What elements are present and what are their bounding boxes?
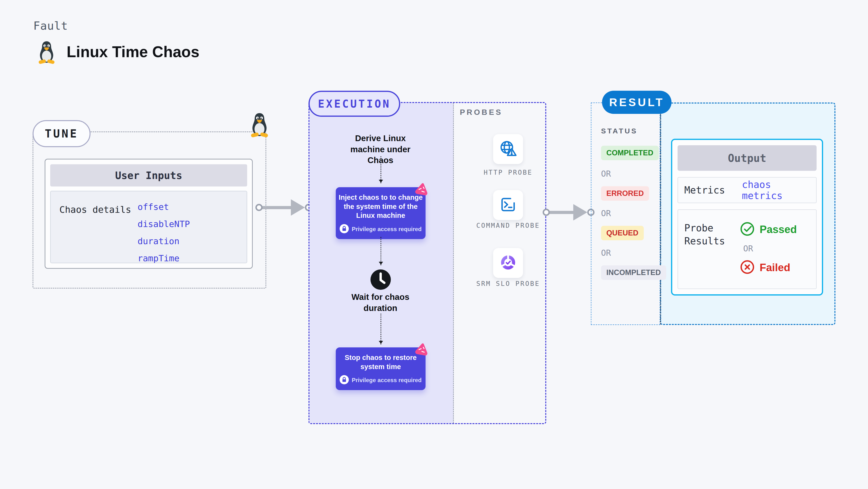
srm-slo-probe-card[interactable] [493, 248, 523, 278]
dotted-arrow-down [380, 237, 381, 265]
output-card: Output Metrics chaos metrics Probe Resul… [671, 139, 823, 296]
inject-chaos-box: Inject chaos to to change the system tim… [336, 187, 426, 239]
page-title: Linux Time Chaos [67, 43, 199, 61]
lock-icon [340, 375, 349, 385]
stop-chaos-box: Stop chaos to restore system time Privil… [336, 348, 426, 390]
connector-dot [255, 204, 262, 211]
probe-results-label: Probe Results [684, 222, 736, 289]
arrow-execution-to-result-head [573, 204, 587, 221]
result-panel-divider [660, 103, 661, 324]
chaos-details-label: Chaos details [59, 204, 131, 215]
param-link-duration[interactable]: duration [137, 236, 190, 246]
terminal-icon [498, 195, 518, 215]
failed-label: Failed [760, 262, 790, 273]
chaos-param-list: offset disableNTP duration rampTime [137, 202, 190, 263]
http-probe-label: HTTP PROBE [472, 168, 544, 177]
globe-alert-icon [498, 138, 518, 160]
result-badge: RESULT [602, 91, 672, 114]
chaos-burst-icon [413, 180, 431, 198]
output-title: Output [678, 145, 816, 171]
privilege-note: Privilege access required [352, 377, 422, 384]
metrics-label: Metrics [684, 185, 725, 196]
arrow-tune-to-execution [259, 206, 294, 209]
lock-icon [340, 224, 349, 234]
x-circle-icon [740, 260, 755, 275]
srm-slo-probe-label: SRM SLO PROBE [472, 280, 544, 288]
user-inputs-title: User Inputs [50, 164, 247, 187]
clock-icon [370, 268, 392, 291]
wait-step-text: Wait for chaos duration [350, 291, 411, 314]
stop-chaos-text: Stop chaos to restore system time [338, 353, 423, 371]
slo-donut-icon [498, 253, 518, 273]
or-separator: OR [601, 169, 611, 178]
status-badge-queued: QUEUED [601, 226, 644, 240]
status-title: STATUS [601, 127, 638, 135]
tux-corner-icon [248, 112, 271, 137]
tux-linux-icon [36, 40, 57, 64]
privilege-note: Privilege access required [352, 226, 422, 233]
dotted-arrow-down [380, 156, 381, 183]
inject-chaos-text: Inject chaos to to change the system tim… [338, 193, 423, 220]
execution-badge: EXECUTION [308, 91, 400, 117]
or-separator: OR [601, 208, 611, 218]
arrow-execution-to-result [546, 211, 577, 214]
chaos-metrics-link[interactable]: chaos metrics [742, 179, 816, 201]
probes-title: PROBES [460, 108, 502, 117]
or-separator: OR [743, 243, 797, 253]
chaos-burst-icon [413, 340, 431, 358]
http-probe-card[interactable] [493, 134, 523, 164]
user-inputs-card: User Inputs Chaos details offset disable… [45, 159, 253, 269]
dotted-arrow-down [380, 314, 381, 345]
status-column: STATUS COMPLETED OR ERRORED OR QUEUED OR… [601, 127, 659, 280]
status-badge-incompleted: INCOMPLETED [601, 265, 666, 280]
metrics-row: Metrics chaos metrics [678, 177, 816, 203]
command-probe-label: COMMAND PROBE [472, 221, 544, 230]
passed-label: Passed [760, 223, 797, 235]
connector-dot [542, 209, 550, 216]
check-circle-icon [740, 222, 755, 237]
probe-results-row: Probe Results Passed OR [678, 209, 816, 289]
status-badge-errored: ERRORED [601, 186, 649, 201]
param-link-offset[interactable]: offset [137, 202, 190, 212]
fault-eyebrow: Fault [33, 19, 68, 32]
tune-badge: TUNE [33, 120, 91, 147]
command-probe-card[interactable] [493, 190, 523, 220]
param-link-disablentp[interactable]: disableNTP [137, 219, 190, 229]
user-inputs-body: Chaos details offset disableNTP duration… [50, 191, 247, 263]
arrow-tune-to-execution-head [291, 199, 305, 216]
or-separator: OR [601, 248, 611, 258]
param-link-ramptime[interactable]: rampTime [137, 253, 190, 263]
status-badge-completed: COMPLETED [601, 146, 659, 160]
